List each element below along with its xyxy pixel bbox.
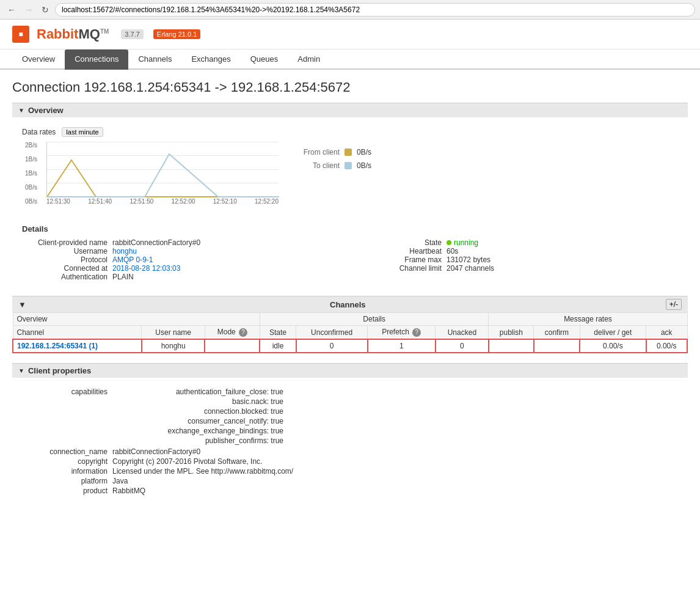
- data-rates-bar: Data rates last minute: [22, 127, 678, 137]
- chart-y-labels: 2B/s 1B/s 1B/s 0B/s 0B/s: [25, 142, 37, 205]
- x-label-4: 12:52:10: [213, 198, 237, 205]
- th-deliver-get: deliver / get: [580, 326, 646, 340]
- chart-x-labels: 12:51:30 12:51:40 12:51:50 12:52:00 12:5…: [46, 198, 279, 205]
- detail-state-value: running: [447, 238, 478, 247]
- tab-queues[interactable]: Queues: [241, 50, 288, 70]
- td-channel: 192.168.1.254:65341 (1): [13, 339, 142, 353]
- logo-text: RabbitMQTM: [37, 26, 109, 42]
- x-label-5: 12:52:20: [255, 198, 279, 205]
- capabilities-row: capabilities authentication_failure_clos…: [22, 388, 678, 446]
- url-input[interactable]: [55, 3, 695, 17]
- td-ack: 0.00/s: [646, 339, 688, 353]
- cap-2: connection.blocked: true: [112, 407, 283, 416]
- th-group-overview: Overview: [13, 313, 260, 326]
- header: ■ RabbitMQTM 3.7.7 Erlang 21.0.1: [0, 20, 700, 50]
- forward-button[interactable]: →: [22, 4, 35, 16]
- logo-tm: TM: [100, 28, 109, 35]
- channels-label: Channels: [330, 300, 366, 309]
- chart-wrapper: 2B/s 1B/s 1B/s 0B/s 0B/s: [46, 142, 279, 205]
- prop-product: product RabbitMQ: [22, 487, 678, 495]
- chart-area: [46, 142, 279, 197]
- channels-section: ▼ Channels +/- Overview Details Message …: [12, 296, 688, 353]
- detail-frame-max-label: Frame max: [356, 255, 442, 264]
- prop-platform-value: Java: [112, 477, 128, 485]
- channel-link[interactable]: 192.168.1.254:65341 (1): [17, 342, 98, 350]
- plus-minus-button[interactable]: +/-: [666, 299, 682, 310]
- chart-svg: [47, 142, 279, 196]
- address-bar: ← → ↻: [0, 0, 700, 20]
- legend-from-client-color: [345, 149, 352, 156]
- th-group-details: Details: [260, 313, 489, 326]
- channels-section-header[interactable]: ▼ Channels +/-: [12, 296, 688, 312]
- td-state: idle: [260, 339, 296, 353]
- prop-information-value: Licensed under the MPL. See http://www.r…: [112, 467, 293, 476]
- refresh-button[interactable]: ↻: [39, 4, 51, 16]
- td-mode: [205, 339, 260, 353]
- cap-val-3: consumer_cancel_notify: true: [112, 417, 283, 425]
- y-label-4: 0B/s: [25, 198, 37, 205]
- state-green-dot: [447, 240, 451, 245]
- content: Connection 192.168.1.254:65341 -> 192.16…: [0, 70, 700, 521]
- th-prefetch: Prefetch ?: [368, 326, 436, 340]
- detail-client-name: Client-provided name rabbitConnectionFac…: [22, 238, 344, 247]
- prop-product-label: product: [22, 487, 108, 495]
- cap-val-1: basic.nack: true: [112, 397, 283, 406]
- last-minute-button[interactable]: last minute: [62, 127, 103, 137]
- legend-to-client-color: [345, 162, 352, 169]
- tab-exchanges[interactable]: Exchanges: [181, 50, 240, 70]
- legend-to-client: To client 0B/s: [297, 161, 371, 170]
- prop-platform-label: platform: [22, 477, 108, 485]
- detail-channel-limit-label: Channel limit: [356, 264, 442, 273]
- logo-icon: ■: [12, 26, 29, 43]
- detail-frame-max: Frame max 131072 bytes: [356, 255, 678, 264]
- th-confirm: confirm: [534, 326, 580, 340]
- prop-copyright: copyright Copyright (c) 2007-2016 Pivota…: [22, 457, 678, 466]
- legend-from-client-label: From client: [297, 148, 340, 156]
- cap-3: consumer_cancel_notify: true: [112, 417, 283, 425]
- td-unconfirmed: 0: [296, 339, 368, 353]
- detail-frame-max-value: 131072 bytes: [447, 255, 490, 264]
- overview-arrow: ▼: [18, 107, 24, 114]
- th-unconfirmed: Unconfirmed: [296, 326, 368, 340]
- detail-protocol-value[interactable]: AMQP 0-9-1: [112, 255, 153, 264]
- tab-connections[interactable]: Connections: [65, 50, 128, 70]
- detail-client-name-label: Client-provided name: [22, 238, 108, 247]
- nav-tabs: Overview Connections Channels Exchanges …: [0, 50, 700, 70]
- th-channel: Channel: [13, 326, 142, 340]
- detail-username-value[interactable]: honghu: [112, 247, 137, 255]
- mode-help-icon[interactable]: ?: [239, 328, 247, 337]
- y-label-1: 1B/s: [25, 156, 37, 163]
- erlang-badge: Erlang 21.0.1: [153, 29, 200, 39]
- tab-channels[interactable]: Channels: [128, 50, 181, 70]
- tab-admin[interactable]: Admin: [288, 50, 330, 70]
- prop-product-value: RabbitMQ: [112, 487, 145, 495]
- details-title: Details: [22, 224, 678, 233]
- overview-section-header[interactable]: ▼ Overview: [12, 103, 688, 117]
- back-button[interactable]: ←: [5, 4, 18, 16]
- prefetch-help-icon[interactable]: ?: [412, 328, 421, 337]
- cap-4: exchange_exchange_bindings: true: [112, 427, 283, 435]
- cap-5: publisher_confirms: true: [112, 436, 283, 445]
- detail-connected-at-value[interactable]: 2018-08-28 12:03:03: [112, 264, 180, 273]
- capabilities-values: authentication_failure_close: true basic…: [112, 388, 283, 446]
- cap-val-2: connection.blocked: true: [112, 407, 283, 416]
- client-props-label: Client properties: [28, 366, 91, 375]
- prop-copyright-label: copyright: [22, 457, 108, 466]
- cap-val-0: authentication_failure_close: true: [112, 388, 283, 396]
- client-props-section: ▼ Client properties capabilities authent…: [12, 363, 688, 501]
- details-left: Client-provided name rabbitConnectionFac…: [22, 238, 344, 281]
- overview-content: Data rates last minute 2B/s 1B/s 1B/s 0B…: [12, 122, 688, 219]
- client-props-header[interactable]: ▼ Client properties: [12, 363, 688, 378]
- y-label-3: 0B/s: [25, 184, 37, 191]
- td-deliver-get: 0.00/s: [580, 339, 646, 353]
- prop-information-label: information: [22, 467, 108, 476]
- x-label-2: 12:51:50: [129, 198, 153, 205]
- detail-auth-value: PLAIN: [112, 273, 134, 281]
- th-user-name: User name: [142, 326, 205, 340]
- detail-connected-at: Connected at 2018-08-28 12:03:03: [22, 264, 344, 273]
- detail-heartbeat: Heartbeat 60s: [356, 247, 678, 255]
- prop-information: information Licensed under the MPL. See …: [22, 467, 678, 476]
- tab-overview[interactable]: Overview: [12, 50, 65, 70]
- legend-from-client-value: 0B/s: [357, 148, 371, 156]
- capabilities-label: capabilities: [22, 388, 108, 396]
